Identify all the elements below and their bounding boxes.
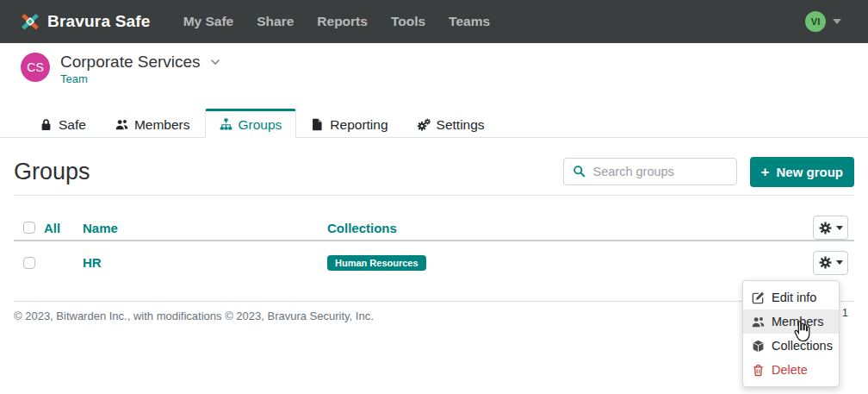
tab-safe[interactable]: Safe	[25, 109, 101, 138]
brand-name: Bravura Safe	[47, 12, 151, 31]
user-avatar[interactable]: VI	[805, 11, 826, 32]
search-box	[563, 158, 737, 185]
main-nav: My Safe Share Reports Tools Teams	[183, 14, 490, 29]
tab-label: Settings	[437, 116, 485, 134]
new-group-label: New group	[777, 165, 844, 179]
sitemap-icon	[220, 118, 232, 131]
search-icon	[573, 165, 586, 178]
table-header: All Name Collections	[14, 216, 854, 241]
cube-icon	[752, 340, 765, 353]
table-row: HR Human Resources	[14, 241, 854, 284]
row-checkbox[interactable]	[23, 257, 35, 269]
lock-icon	[40, 118, 53, 131]
cogs-icon	[418, 118, 431, 131]
tab-reporting[interactable]: Reporting	[296, 109, 402, 138]
team-name: Corporate Services	[60, 53, 201, 72]
page-footer: © 2023, Bitwarden Inc., with modificatio…	[14, 301, 854, 322]
nav-item-reports[interactable]: Reports	[317, 14, 368, 29]
menu-item-edit-info[interactable]: Edit info	[743, 285, 839, 310]
tab-members[interactable]: Members	[101, 109, 205, 138]
nav-item-teams[interactable]: Teams	[449, 14, 490, 29]
brand-logo[interactable]: Bravura Safe	[21, 12, 151, 31]
hand-cursor-icon	[791, 320, 812, 343]
page-header: Groups + New group	[14, 156, 854, 196]
nav-item-share[interactable]: Share	[257, 14, 294, 29]
select-all-checkbox[interactable]	[23, 222, 35, 234]
tab-label: Members	[134, 116, 190, 134]
top-navbar: Bravura Safe My Safe Share Reports Tools…	[0, 0, 868, 43]
tab-bar: Safe Members Groups Reporting Settings	[0, 109, 868, 138]
caret-down-icon	[836, 260, 843, 265]
search-input[interactable]	[563, 158, 737, 185]
nav-item-tools[interactable]: Tools	[391, 14, 425, 29]
table-options-button[interactable]	[813, 216, 848, 240]
select-all-label: All	[44, 221, 60, 235]
menu-item-delete[interactable]: Delete	[743, 358, 839, 382]
column-header-collections: Collections	[327, 221, 813, 235]
tab-label: Groups	[239, 116, 282, 134]
bravura-logo-icon	[21, 12, 40, 31]
gear-icon	[819, 256, 832, 269]
collection-badge: Human Resources	[327, 255, 426, 271]
nav-item-my-safe[interactable]: My Safe	[183, 14, 234, 29]
edit-icon	[752, 291, 765, 304]
account-menu-button[interactable]: VI	[805, 11, 841, 32]
gear-icon	[819, 222, 832, 235]
new-group-button[interactable]: + New group	[750, 157, 854, 187]
team-switcher[interactable]: Corporate Services	[60, 53, 220, 72]
column-header-name: Name	[83, 221, 327, 235]
tab-label: Safe	[59, 116, 86, 134]
tab-settings[interactable]: Settings	[403, 109, 499, 138]
page-title: Groups	[14, 156, 90, 187]
groups-page: Groups + New group All Name Collections	[0, 156, 868, 322]
caret-down-icon	[836, 226, 843, 230]
team-type-label: Team	[60, 72, 220, 85]
group-name-link[interactable]: HR	[83, 255, 327, 270]
plus-icon: +	[761, 165, 770, 179]
footer-version-fragment: 1	[842, 306, 848, 319]
trash-icon	[752, 364, 765, 377]
menu-item-label: Edit info	[772, 291, 816, 304]
copyright-text: © 2023, Bitwarden Inc., with modificatio…	[14, 310, 374, 322]
tab-label: Reporting	[330, 116, 388, 134]
caret-down-icon	[833, 19, 841, 24]
team-avatar: CS	[21, 53, 50, 82]
file-icon	[311, 118, 324, 131]
chevron-down-icon	[210, 59, 220, 66]
users-icon	[115, 118, 128, 131]
team-header: CS Corporate Services Team	[0, 43, 868, 109]
row-options-button[interactable]	[813, 251, 848, 275]
menu-item-label: Delete	[772, 363, 808, 377]
users-icon	[752, 316, 765, 328]
tab-groups[interactable]: Groups	[205, 109, 297, 138]
